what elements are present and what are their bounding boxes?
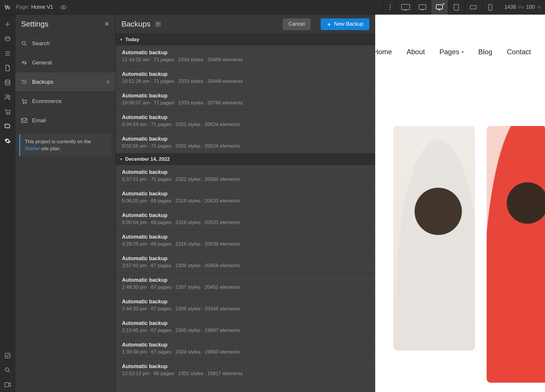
backup-row[interactable]: Automatic backup1:39:34 pm · 67 pages · … — [116, 338, 375, 359]
backup-row[interactable]: Automatic backup5:37:21 pm · 71 pages · … — [116, 165, 375, 187]
new-backup-label: New Backup — [334, 21, 364, 27]
nav-item-blog[interactable]: Blog — [478, 48, 492, 56]
backup-row[interactable]: Automatic backup2:49:30 pm · 67 pages · … — [116, 273, 375, 295]
backup-date-header[interactable]: ▼December 14, 2022 — [116, 153, 375, 165]
date-label: December 14, 2022 — [125, 156, 170, 162]
backup-row[interactable]: Automatic backup2:44:33 pm · 67 pages · … — [116, 295, 375, 316]
nav-label: Home — [375, 48, 392, 56]
hero-image-1[interactable] — [393, 126, 475, 351]
rail-add[interactable] — [0, 17, 15, 32]
more-menu-button[interactable] — [383, 0, 397, 15]
backup-row[interactable]: Automatic backup9:02:56 am · 71 pages · … — [116, 132, 375, 153]
svg-rect-5 — [419, 5, 426, 9]
help-icon[interactable]: ? — [155, 21, 161, 27]
settings-item-search[interactable]: Search — [15, 34, 115, 53]
gear-icon — [21, 60, 27, 65]
device-mobile[interactable] — [482, 0, 499, 15]
backup-row[interactable]: Automatic backup2:10:45 pm · 67 pages · … — [116, 316, 375, 338]
backup-row[interactable]: Automatic backup12:53:12 pm · 66 pages ·… — [116, 359, 375, 381]
backup-title: Automatic backup — [122, 277, 369, 283]
backup-meta: 10:51:28 am · 71 pages · 2333 styles · 2… — [122, 78, 369, 84]
backup-meta: 12:53:12 pm · 66 pages · 2301 styles · 1… — [122, 371, 369, 377]
settings-title: Settings — [21, 20, 48, 29]
rail-assets[interactable] — [0, 119, 15, 134]
backup-row[interactable]: Automatic backup4:29:29 pm · 69 pages · … — [116, 230, 375, 251]
rail-users[interactable] — [0, 90, 15, 104]
backup-date-header[interactable]: ▼Today — [116, 34, 375, 46]
device-desktop[interactable]: ★ — [431, 0, 448, 15]
svg-point-25 — [22, 41, 25, 44]
svg-rect-9 — [489, 4, 492, 10]
backups-panel: Backups ? Cancel ＋ New Backup ▼TodayAuto… — [116, 15, 375, 392]
rail-cms[interactable] — [0, 75, 15, 90]
settings-item-ecommerce[interactable]: Ecommerce — [15, 92, 115, 111]
preview-icon[interactable] — [60, 4, 67, 10]
rail-search[interactable] — [0, 363, 15, 377]
settings-item-general[interactable]: General — [15, 53, 115, 72]
rail-ecommerce[interactable] — [0, 104, 15, 119]
settings-item-label: Ecommerce — [32, 98, 62, 104]
rail-symbols[interactable] — [0, 32, 15, 46]
plan-link[interactable]: Starter — [25, 146, 40, 151]
backup-title: Automatic backup — [122, 299, 369, 305]
new-backup-button[interactable]: ＋ New Backup — [321, 18, 369, 30]
backup-title: Automatic backup — [122, 320, 369, 326]
device-desktop-large[interactable] — [414, 0, 431, 15]
canvas-zoom[interactable]: 100 — [526, 4, 535, 10]
svg-point-16 — [6, 95, 8, 97]
caret-down-icon: ▼ — [120, 38, 123, 41]
close-icon[interactable]: ✕ — [104, 20, 109, 28]
search-icon — [21, 41, 27, 46]
rail-settings[interactable] — [0, 134, 15, 148]
backup-row[interactable]: Automatic backup5:00:54 pm · 69 pages · … — [116, 208, 375, 230]
device-desktop-xl[interactable] — [397, 0, 414, 15]
backup-row[interactable]: Automatic backup3:57:42 pm · 67 pages · … — [116, 251, 375, 273]
backups-title: Backups — [121, 20, 151, 29]
nav-label: Contact — [507, 48, 531, 56]
backup-row[interactable]: Automatic backup11:14:15 am · 71 pages ·… — [116, 46, 375, 67]
rail-audit[interactable] — [0, 348, 15, 363]
device-tablet[interactable] — [448, 0, 465, 15]
svg-rect-6 — [436, 5, 443, 9]
backup-title: Automatic backup — [122, 342, 369, 348]
cancel-button[interactable]: Cancel — [283, 18, 311, 30]
svg-rect-14 — [5, 55, 10, 55]
canvas-width[interactable]: 1438 — [504, 4, 516, 10]
backup-row[interactable]: Automatic backup9:34:59 am · 71 pages · … — [116, 110, 375, 132]
settings-item-backups[interactable]: Backups — [15, 72, 115, 92]
backup-title: Automatic backup — [122, 50, 369, 56]
backup-row[interactable]: Automatic backup10:08:07 am · 71 pages ·… — [116, 89, 375, 110]
backup-row[interactable]: Automatic backup10:51:28 am · 71 pages ·… — [116, 67, 375, 89]
backup-title: Automatic backup — [122, 136, 369, 142]
rail-pages[interactable] — [0, 61, 15, 75]
backup-meta: 5:00:54 pm · 69 pages · 2318 styles · 20… — [122, 220, 369, 225]
nav-item-about[interactable]: About — [406, 48, 425, 56]
backup-row[interactable]: Automatic backup5:06:20 pm · 69 pages · … — [116, 187, 375, 208]
backup-meta: 2:44:33 pm · 67 pages · 2306 styles · 20… — [122, 306, 369, 312]
backup-meta: 4:29:29 pm · 69 pages · 2316 styles · 20… — [122, 241, 369, 247]
webflow-logo-icon[interactable] — [4, 4, 11, 10]
svg-point-0 — [62, 6, 64, 8]
backup-meta: 9:34:59 am · 71 pages · 2331 styles · 20… — [122, 122, 369, 127]
rail-navigator[interactable] — [0, 46, 15, 61]
date-label: Today — [125, 37, 139, 43]
breakpoint-star-icon: ★ — [443, 2, 445, 5]
svg-rect-28 — [22, 118, 27, 123]
backups-list[interactable]: ▼TodayAutomatic backup11:14:15 am · 71 p… — [116, 34, 375, 392]
page-name[interactable]: Home V1 — [31, 4, 53, 10]
settings-item-label: Search — [32, 40, 50, 47]
nav-label: Pages — [439, 48, 459, 56]
settings-item-email[interactable]: Email — [15, 111, 115, 130]
device-mobile-landscape[interactable] — [465, 0, 482, 15]
nav-item-pages[interactable]: Pages▾ — [439, 48, 464, 56]
settings-panel: Settings ✕ Search General Backups Ecomme… — [15, 15, 116, 392]
hero-image-2[interactable] — [487, 126, 545, 383]
backup-meta: 11:14:15 am · 71 pages · 2334 styles · 2… — [122, 57, 369, 63]
chevron-down-icon: ▾ — [462, 50, 464, 54]
design-canvas[interactable]: Home About Pages▾ Blog Contact — [375, 15, 545, 392]
nav-item-contact[interactable]: Contact — [507, 48, 531, 56]
nav-item-home[interactable]: Home — [375, 48, 392, 56]
rail-video[interactable] — [0, 377, 15, 392]
svg-rect-12 — [5, 51, 10, 52]
nav-label: About — [406, 48, 425, 56]
